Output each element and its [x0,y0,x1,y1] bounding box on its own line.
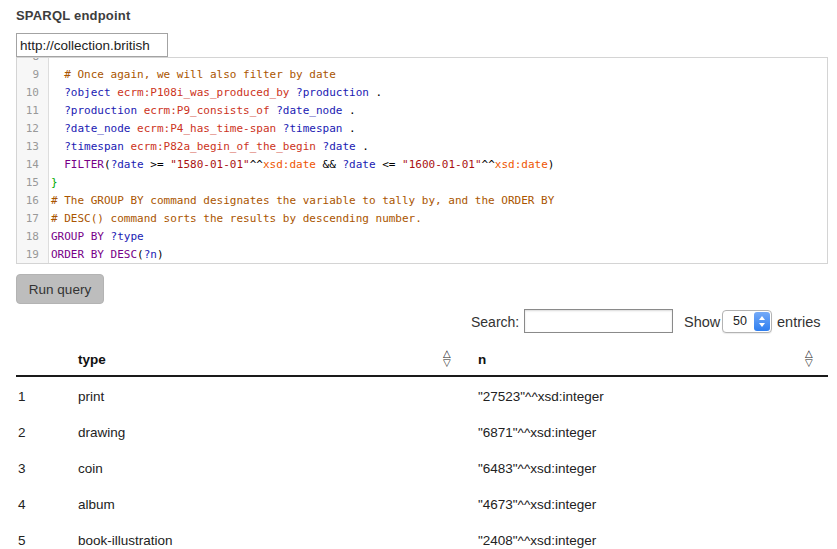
code-token[interactable]: FILTER [64,158,104,171]
search-label: Search: [471,314,519,330]
line-number: 11 [17,102,49,120]
code-token[interactable] [276,122,283,135]
code-token[interactable]: ?object [64,86,110,99]
code-token[interactable]: . [342,104,355,117]
code-text[interactable]: ?object ecrm:P108i_was_produced_by ?prod… [49,84,382,102]
code-line[interactable]: 18GROUP BY ?type [17,228,827,246]
code-token[interactable]: } [51,176,58,189]
code-token[interactable]: ecrm:P82a_begin_of_the_begin [130,140,315,153]
code-token[interactable]: xsd:date [263,158,316,171]
cell-n: "27523"^^xsd:integer [478,379,604,415]
code-text[interactable] [49,57,51,66]
code-token[interactable]: ?production [64,104,137,117]
code-token[interactable]: . [369,86,382,99]
code-line[interactable]: 15} [17,174,827,192]
code-token[interactable]: . [356,140,369,153]
code-token[interactable]: ( [137,248,144,261]
code-token[interactable]: # The GROUP BY command designates the va… [51,194,554,207]
column-header-n[interactable]: n [478,352,486,367]
code-line[interactable]: 14 FILTER(?date >= "1580-01-01"^^xsd:dat… [17,156,827,174]
code-token[interactable] [316,140,323,153]
code-text[interactable]: ?date_node ecrm:P4_has_time-span ?timesp… [49,120,356,138]
code-token[interactable]: ( [104,158,111,171]
code-token[interactable]: ) [157,248,164,261]
sort-icon-type[interactable]: △ ▽ [443,349,451,367]
code-line[interactable]: 9 # Once again, we will also filter by d… [17,66,827,84]
sparql-code-editor[interactable]: 89 # Once again, we will also filter by … [16,57,828,264]
code-token[interactable]: ?n [144,248,157,261]
code-line[interactable]: 10 ?object ecrm:P108i_was_produced_by ?p… [17,84,827,102]
table-row: 4album"4673"^^xsd:integer [16,487,828,523]
code-token[interactable] [51,158,64,171]
code-token[interactable]: . [342,122,355,135]
code-token[interactable]: ORDER BY DESC [51,248,137,261]
code-token[interactable]: "1580-01-01" [170,158,249,171]
code-line[interactable]: 19ORDER BY DESC(?n) [17,246,827,264]
code-text[interactable]: ORDER BY DESC(?n) [49,246,164,264]
search-input[interactable] [524,309,673,333]
code-token[interactable]: >= [144,158,171,171]
code-token[interactable]: ecrm:P4_has_time-span [137,122,276,135]
code-token[interactable] [51,140,64,153]
code-token[interactable]: ecrm:P9_consists_of [144,104,270,117]
code-token[interactable]: && [316,158,343,171]
code-line[interactable]: 12 ?date_node ecrm:P4_has_time-span ?tim… [17,120,827,138]
cell-type: album [78,487,115,523]
code-text[interactable]: # The GROUP BY command designates the va… [49,192,554,210]
code-token[interactable]: "1600-01-01" [402,158,481,171]
code-token[interactable]: ) [548,158,555,171]
code-line[interactable]: 16# The GROUP BY command designates the … [17,192,827,210]
code-token[interactable]: # Once again, we will also filter by dat… [64,68,336,81]
page-length-select[interactable]: 50 [722,310,772,333]
code-token[interactable]: ?timespan [64,140,124,153]
line-number: 16 [17,192,49,210]
code-line[interactable]: 8 [17,57,827,66]
code-token[interactable] [104,230,111,243]
cell-type: print [78,379,104,415]
code-text[interactable]: FILTER(?date >= "1580-01-01"^^xsd:date &… [49,156,554,174]
code-token[interactable] [51,86,64,99]
code-token[interactable]: ecrm:P108i_was_produced_by [117,86,289,99]
code-token[interactable]: <= [376,158,403,171]
column-header-type[interactable]: type [78,352,106,367]
line-number: 10 [17,84,49,102]
code-text[interactable]: GROUP BY ?type [49,228,144,246]
row-index: 3 [18,451,26,487]
code-token[interactable]: ?date [111,158,144,171]
code-text[interactable]: # Once again, we will also filter by dat… [49,66,336,84]
code-token[interactable]: GROUP BY [51,230,104,243]
code-token[interactable]: ?date_node [276,104,342,117]
endpoint-label: SPARQL endpoint [16,8,130,23]
results-rows: 1print"27523"^^xsd:integer2drawing"6871"… [16,379,828,549]
code-text[interactable]: # DESC() command sorts the results by de… [49,210,422,228]
code-token[interactable] [51,122,64,135]
code-token[interactable]: ?timespan [283,122,343,135]
line-number: 17 [17,210,49,228]
sort-desc-icon: ▽ [443,358,451,367]
code-token[interactable]: ?type [111,230,144,243]
code-token[interactable]: ?production [296,86,369,99]
code-text[interactable]: ?timespan ecrm:P82a_begin_of_the_begin ?… [49,138,369,156]
code-token[interactable] [51,68,64,81]
code-token[interactable]: ?date [342,158,375,171]
code-line[interactable]: 13 ?timespan ecrm:P82a_begin_of_the_begi… [17,138,827,156]
code-line[interactable]: 11 ?production ecrm:P9_consists_of ?date… [17,102,827,120]
code-token[interactable] [137,104,144,117]
endpoint-input[interactable] [16,33,168,57]
code-token[interactable]: xsd:date [495,158,548,171]
code-text[interactable]: ?production ecrm:P9_consists_of ?date_no… [49,102,356,120]
line-number: 18 [17,228,49,246]
code-token[interactable]: ^^ [250,158,263,171]
cell-type: book-illustration [78,523,173,549]
code-token[interactable]: ?date [323,140,356,153]
table-row: 5book-illustration"2408"^^xsd:integer [16,523,828,549]
code-line[interactable]: 17# DESC() command sorts the results by … [17,210,827,228]
code-text[interactable]: } [49,174,58,192]
run-query-button[interactable]: Run query [16,274,104,304]
code-token[interactable]: ?date_node [64,122,130,135]
code-token[interactable]: # DESC() command sorts the results by de… [51,212,422,225]
code-token[interactable] [51,104,64,117]
code-token[interactable]: ^^ [482,158,495,171]
sort-icon-n[interactable]: △ ▽ [805,349,813,367]
line-number: 9 [17,66,49,84]
